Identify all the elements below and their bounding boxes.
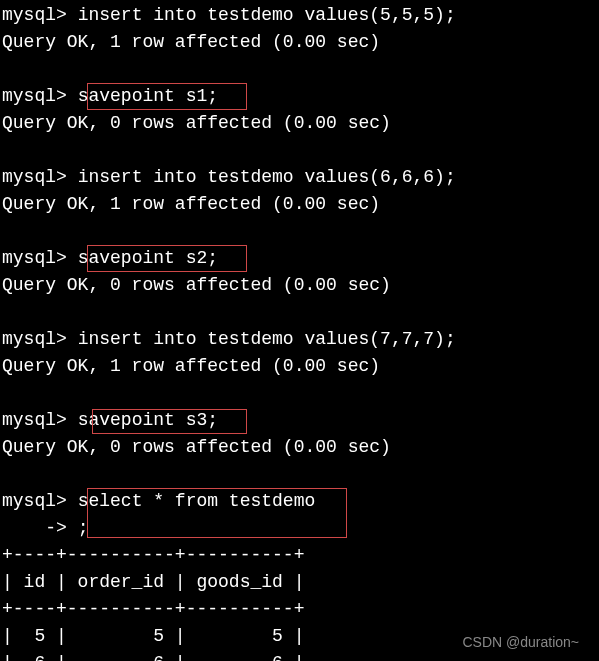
query-result: Query OK, 0 rows affected (0.00 sec): [2, 434, 599, 461]
sql-command: savepoint s2;: [78, 248, 218, 268]
prompt: mysql>: [2, 167, 78, 187]
terminal-line: [2, 137, 599, 164]
terminal-output: mysql> insert into testdemo values(5,5,5…: [2, 2, 599, 661]
watermark-text: CSDN @duration~: [462, 632, 579, 653]
terminal-line: [2, 380, 599, 407]
terminal-line: [2, 299, 599, 326]
sql-command: insert into testdemo values(7,7,7);: [78, 329, 456, 349]
query-result: Query OK, 1 row affected (0.00 sec): [2, 353, 599, 380]
terminal-line: mysql> insert into testdemo values(5,5,5…: [2, 2, 599, 29]
sql-command: insert into testdemo values(5,5,5);: [78, 5, 456, 25]
sql-command: select * from testdemo: [78, 491, 316, 511]
terminal-line: mysql> savepoint s1;: [2, 83, 599, 110]
terminal-line: -> ;: [2, 515, 599, 542]
terminal-line: [2, 461, 599, 488]
sql-command: savepoint s1;: [78, 86, 218, 106]
query-result: Query OK, 0 rows affected (0.00 sec): [2, 110, 599, 137]
prompt: mysql>: [2, 248, 78, 268]
prompt: mysql>: [2, 86, 78, 106]
prompt: mysql>: [2, 329, 78, 349]
query-result: Query OK, 1 row affected (0.00 sec): [2, 191, 599, 218]
terminal-line: mysql> savepoint s3;: [2, 407, 599, 434]
table-row: +----+----------+----------+: [2, 596, 599, 623]
prompt: mysql>: [2, 491, 78, 511]
prompt: mysql>: [2, 5, 78, 25]
terminal-line: mysql> select * from testdemo: [2, 488, 599, 515]
terminal-line: mysql> insert into testdemo values(7,7,7…: [2, 326, 599, 353]
terminal-line: mysql> insert into testdemo values(6,6,6…: [2, 164, 599, 191]
query-result: Query OK, 0 rows affected (0.00 sec): [2, 272, 599, 299]
table-row: +----+----------+----------+: [2, 542, 599, 569]
sql-command: insert into testdemo values(6,6,6);: [78, 167, 456, 187]
prompt: ->: [2, 518, 78, 538]
table-row: | id | order_id | goods_id |: [2, 569, 599, 596]
prompt: mysql>: [2, 410, 78, 430]
terminal-line: [2, 218, 599, 245]
terminal-line: [2, 56, 599, 83]
query-result: Query OK, 1 row affected (0.00 sec): [2, 29, 599, 56]
terminal-line: mysql> savepoint s2;: [2, 245, 599, 272]
sql-command: ;: [78, 518, 89, 538]
sql-command: savepoint s3;: [78, 410, 218, 430]
